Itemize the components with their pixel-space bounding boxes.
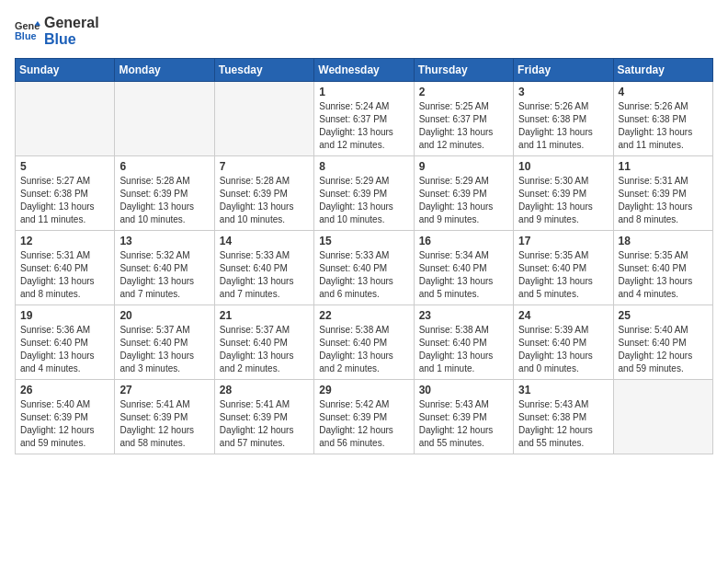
day-info: Sunrise: 5:28 AMSunset: 6:39 PMDaylight:… bbox=[119, 175, 209, 226]
day-cell-31: 31Sunrise: 5:43 AMSunset: 6:38 PMDayligh… bbox=[514, 380, 613, 454]
day-cell-9: 9Sunrise: 5:29 AMSunset: 6:39 PMDaylight… bbox=[414, 156, 513, 231]
page-header: General Blue General Blue bbox=[15, 15, 713, 47]
day-number: 29 bbox=[319, 384, 408, 396]
day-cell-23: 23Sunrise: 5:38 AMSunset: 6:40 PMDayligh… bbox=[414, 305, 513, 380]
day-number: 12 bbox=[20, 235, 109, 247]
day-cell-21: 21Sunrise: 5:37 AMSunset: 6:40 PMDayligh… bbox=[214, 305, 313, 380]
day-info: Sunrise: 5:39 AMSunset: 6:40 PMDaylight:… bbox=[518, 324, 608, 375]
day-cell-3: 3Sunrise: 5:26 AMSunset: 6:38 PMDaylight… bbox=[514, 82, 613, 156]
day-number: 15 bbox=[319, 235, 408, 247]
day-cell-15: 15Sunrise: 5:33 AMSunset: 6:40 PMDayligh… bbox=[314, 231, 414, 305]
day-number: 14 bbox=[220, 235, 309, 247]
weekday-header-thursday: Thursday bbox=[414, 59, 513, 82]
day-info: Sunrise: 5:32 AMSunset: 6:40 PMDaylight:… bbox=[119, 249, 209, 301]
day-info: Sunrise: 5:31 AMSunset: 6:40 PMDaylight:… bbox=[20, 249, 109, 301]
day-number: 6 bbox=[119, 160, 209, 173]
day-number: 9 bbox=[419, 160, 508, 173]
day-number: 8 bbox=[319, 160, 408, 173]
day-cell-27: 27Sunrise: 5:41 AMSunset: 6:39 PMDayligh… bbox=[115, 380, 214, 454]
day-cell-30: 30Sunrise: 5:43 AMSunset: 6:39 PMDayligh… bbox=[414, 380, 513, 454]
day-info: Sunrise: 5:25 AMSunset: 6:37 PMDaylight:… bbox=[419, 100, 508, 152]
day-cell-25: 25Sunrise: 5:40 AMSunset: 6:40 PMDayligh… bbox=[613, 305, 712, 380]
day-info: Sunrise: 5:42 AMSunset: 6:39 PMDaylight:… bbox=[319, 398, 408, 450]
empty-cell bbox=[16, 82, 115, 156]
day-cell-16: 16Sunrise: 5:34 AMSunset: 6:40 PMDayligh… bbox=[414, 231, 513, 305]
day-cell-17: 17Sunrise: 5:35 AMSunset: 6:40 PMDayligh… bbox=[514, 231, 613, 305]
day-cell-13: 13Sunrise: 5:32 AMSunset: 6:40 PMDayligh… bbox=[115, 231, 214, 305]
day-cell-12: 12Sunrise: 5:31 AMSunset: 6:40 PMDayligh… bbox=[16, 231, 115, 305]
day-info: Sunrise: 5:24 AMSunset: 6:37 PMDaylight:… bbox=[319, 100, 408, 152]
day-number: 28 bbox=[220, 384, 309, 396]
day-number: 7 bbox=[220, 160, 309, 173]
day-number: 25 bbox=[619, 309, 708, 322]
day-number: 13 bbox=[119, 235, 209, 247]
day-cell-1: 1Sunrise: 5:24 AMSunset: 6:37 PMDaylight… bbox=[314, 82, 414, 156]
day-cell-19: 19Sunrise: 5:36 AMSunset: 6:40 PMDayligh… bbox=[16, 305, 115, 380]
day-info: Sunrise: 5:37 AMSunset: 6:40 PMDaylight:… bbox=[220, 324, 309, 375]
day-number: 18 bbox=[619, 235, 708, 247]
day-number: 16 bbox=[419, 235, 508, 247]
day-number: 2 bbox=[419, 86, 508, 98]
day-number: 20 bbox=[119, 309, 209, 322]
day-cell-7: 7Sunrise: 5:28 AMSunset: 6:39 PMDaylight… bbox=[214, 156, 313, 231]
day-info: Sunrise: 5:41 AMSunset: 6:39 PMDaylight:… bbox=[119, 398, 209, 450]
week-row-3: 12Sunrise: 5:31 AMSunset: 6:40 PMDayligh… bbox=[16, 231, 713, 305]
day-number: 22 bbox=[319, 309, 408, 322]
day-info: Sunrise: 5:33 AMSunset: 6:40 PMDaylight:… bbox=[220, 249, 309, 301]
day-cell-18: 18Sunrise: 5:35 AMSunset: 6:40 PMDayligh… bbox=[613, 231, 712, 305]
day-number: 26 bbox=[20, 384, 109, 396]
day-info: Sunrise: 5:38 AMSunset: 6:40 PMDaylight:… bbox=[419, 324, 508, 375]
day-cell-4: 4Sunrise: 5:26 AMSunset: 6:38 PMDaylight… bbox=[613, 82, 712, 156]
day-number: 4 bbox=[619, 86, 708, 98]
day-info: Sunrise: 5:26 AMSunset: 6:38 PMDaylight:… bbox=[619, 100, 708, 152]
day-info: Sunrise: 5:35 AMSunset: 6:40 PMDaylight:… bbox=[619, 249, 708, 301]
week-row-4: 19Sunrise: 5:36 AMSunset: 6:40 PMDayligh… bbox=[16, 305, 713, 380]
day-cell-6: 6Sunrise: 5:28 AMSunset: 6:39 PMDaylight… bbox=[115, 156, 214, 231]
weekday-header-sunday: Sunday bbox=[16, 59, 115, 82]
logo: General Blue General Blue bbox=[15, 15, 99, 47]
day-cell-11: 11Sunrise: 5:31 AMSunset: 6:39 PMDayligh… bbox=[613, 156, 712, 231]
day-info: Sunrise: 5:27 AMSunset: 6:38 PMDaylight:… bbox=[20, 175, 109, 226]
day-number: 21 bbox=[220, 309, 309, 322]
weekday-header-monday: Monday bbox=[115, 59, 214, 82]
day-cell-8: 8Sunrise: 5:29 AMSunset: 6:39 PMDaylight… bbox=[314, 156, 414, 231]
day-cell-24: 24Sunrise: 5:39 AMSunset: 6:40 PMDayligh… bbox=[514, 305, 613, 380]
day-cell-22: 22Sunrise: 5:38 AMSunset: 6:40 PMDayligh… bbox=[314, 305, 414, 380]
day-number: 3 bbox=[518, 86, 608, 98]
day-cell-14: 14Sunrise: 5:33 AMSunset: 6:40 PMDayligh… bbox=[214, 231, 313, 305]
day-info: Sunrise: 5:40 AMSunset: 6:39 PMDaylight:… bbox=[20, 398, 109, 450]
day-cell-20: 20Sunrise: 5:37 AMSunset: 6:40 PMDayligh… bbox=[115, 305, 214, 380]
day-info: Sunrise: 5:29 AMSunset: 6:39 PMDaylight:… bbox=[419, 175, 508, 226]
empty-cell bbox=[214, 82, 313, 156]
day-info: Sunrise: 5:41 AMSunset: 6:39 PMDaylight:… bbox=[220, 398, 309, 450]
day-number: 11 bbox=[619, 160, 708, 173]
day-info: Sunrise: 5:33 AMSunset: 6:40 PMDaylight:… bbox=[319, 249, 408, 301]
day-info: Sunrise: 5:38 AMSunset: 6:40 PMDaylight:… bbox=[319, 324, 408, 375]
day-cell-29: 29Sunrise: 5:42 AMSunset: 6:39 PMDayligh… bbox=[314, 380, 414, 454]
day-info: Sunrise: 5:43 AMSunset: 6:39 PMDaylight:… bbox=[419, 398, 508, 450]
day-info: Sunrise: 5:30 AMSunset: 6:39 PMDaylight:… bbox=[518, 175, 608, 226]
week-row-5: 26Sunrise: 5:40 AMSunset: 6:39 PMDayligh… bbox=[16, 380, 713, 454]
day-cell-28: 28Sunrise: 5:41 AMSunset: 6:39 PMDayligh… bbox=[214, 380, 313, 454]
day-info: Sunrise: 5:34 AMSunset: 6:40 PMDaylight:… bbox=[419, 249, 508, 301]
empty-cell bbox=[115, 82, 214, 156]
day-info: Sunrise: 5:29 AMSunset: 6:39 PMDaylight:… bbox=[319, 175, 408, 226]
day-number: 10 bbox=[518, 160, 608, 173]
week-row-1: 1Sunrise: 5:24 AMSunset: 6:37 PMDaylight… bbox=[16, 82, 713, 156]
day-info: Sunrise: 5:26 AMSunset: 6:38 PMDaylight:… bbox=[518, 100, 608, 152]
day-cell-2: 2Sunrise: 5:25 AMSunset: 6:37 PMDaylight… bbox=[414, 82, 513, 156]
weekday-header-saturday: Saturday bbox=[613, 59, 712, 82]
day-number: 1 bbox=[319, 86, 408, 98]
day-info: Sunrise: 5:40 AMSunset: 6:40 PMDaylight:… bbox=[619, 324, 708, 375]
day-number: 17 bbox=[518, 235, 608, 247]
day-number: 24 bbox=[518, 309, 608, 322]
day-info: Sunrise: 5:43 AMSunset: 6:38 PMDaylight:… bbox=[518, 398, 608, 450]
day-number: 30 bbox=[419, 384, 508, 396]
day-cell-5: 5Sunrise: 5:27 AMSunset: 6:38 PMDaylight… bbox=[16, 156, 115, 231]
weekday-header-row: SundayMondayTuesdayWednesdayThursdayFrid… bbox=[16, 59, 713, 82]
day-number: 31 bbox=[518, 384, 608, 396]
day-info: Sunrise: 5:35 AMSunset: 6:40 PMDaylight:… bbox=[518, 249, 608, 301]
weekday-header-friday: Friday bbox=[514, 59, 613, 82]
day-info: Sunrise: 5:37 AMSunset: 6:40 PMDaylight:… bbox=[119, 324, 209, 375]
day-number: 19 bbox=[20, 309, 109, 322]
